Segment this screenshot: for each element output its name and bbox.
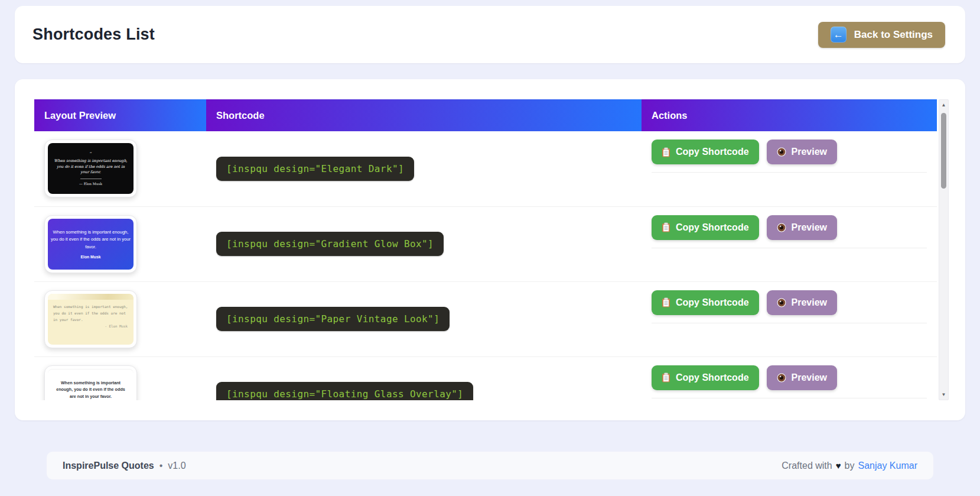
shortcodes-table: Layout Preview Shortcode Actions “ When … — [34, 99, 937, 400]
layout-preview-cell: When something is important enough, you … — [34, 356, 206, 400]
clipboard-icon — [662, 297, 670, 307]
layout-preview-cell: When something is important enough, you … — [34, 206, 206, 281]
actions-divider — [652, 398, 927, 398]
eye-icon — [777, 298, 786, 307]
actions-cell: Copy Shortcode Preview — [642, 206, 937, 281]
actions-divider — [652, 323, 927, 323]
eye-icon — [777, 147, 786, 157]
paper-vintage-card: When something is important enough, you … — [48, 294, 134, 345]
shortcodes-card: Layout Preview Shortcode Actions “ When … — [15, 79, 965, 420]
back-to-settings-button[interactable]: ← Back to Settings — [818, 22, 945, 48]
footer-brand-group: InspirePulse Quotes • v1.0 — [63, 461, 186, 471]
copy-button-label: Copy Shortcode — [676, 297, 749, 308]
table-row: When something is important enough, you … — [34, 206, 937, 281]
actions-cell: Copy Shortcode Preview — [642, 281, 937, 356]
heart-icon: ♥ — [836, 461, 841, 471]
preview-button-label: Preview — [792, 147, 827, 157]
copy-shortcode-button[interactable]: Copy Shortcode — [652, 290, 759, 315]
scrollbar-thumb[interactable] — [941, 113, 946, 189]
preview-button[interactable]: Preview — [767, 140, 837, 164]
copy-button-label: Copy Shortcode — [676, 372, 749, 383]
copy-button-label: Copy Shortcode — [676, 222, 749, 233]
table-row: “ When something is important enough, yo… — [34, 131, 937, 206]
quote-text: When something is important enough, you … — [48, 300, 134, 323]
preview-button-label: Preview — [792, 372, 827, 383]
copy-shortcode-button[interactable]: Copy Shortcode — [652, 140, 759, 164]
column-header-actions: Actions — [642, 99, 937, 131]
table-scrollbar[interactable]: ▲ ▼ — [939, 99, 949, 400]
shortcode-value: [inspqu design="Gradient Glow Box"] — [216, 232, 444, 256]
shortcode-cell: [inspqu design="Paper Vintage Look"] — [206, 281, 642, 356]
copy-button-label: Copy Shortcode — [676, 147, 749, 157]
eye-icon — [777, 223, 786, 232]
paper-fold — [48, 294, 134, 300]
actions-divider — [652, 248, 927, 248]
column-header-layout-preview: Layout Preview — [34, 99, 206, 131]
quote-divider — [80, 179, 102, 179]
table-row: When something is important enough, you … — [34, 281, 937, 356]
footer-credit-group: Crafted with ♥ by Sanjay Kumar — [782, 461, 917, 471]
back-button-label: Back to Settings — [854, 29, 933, 41]
page-header: Shortcodes List ← Back to Settings — [15, 6, 965, 63]
copy-shortcode-button[interactable]: Copy Shortcode — [652, 365, 759, 390]
elegant-dark-card: “ When something is important enough, yo… — [48, 143, 134, 194]
quote-author: — Elon Musk — [48, 182, 134, 186]
copy-shortcode-button[interactable]: Copy Shortcode — [652, 215, 759, 240]
clipboard-icon — [662, 147, 670, 157]
shortcode-cell: [inspqu design="Floating Glass Overlay"] — [206, 356, 642, 400]
preview-thumbnail-floating-glass: When something is important enough, you … — [44, 365, 137, 401]
preview-button[interactable]: Preview — [767, 290, 837, 315]
column-header-shortcode: Shortcode — [206, 99, 642, 131]
preview-button[interactable]: Preview — [767, 365, 837, 390]
eye-icon — [777, 373, 786, 382]
shortcodes-table-area: Layout Preview Shortcode Actions “ When … — [34, 99, 949, 400]
clipboard-icon — [662, 222, 670, 232]
footer-by-text: by — [845, 461, 855, 471]
actions-divider — [652, 172, 927, 173]
preview-button[interactable]: Preview — [767, 215, 837, 240]
shortcode-value: [inspqu design="Elegant Dark"] — [216, 157, 414, 181]
table-header-row: Layout Preview Shortcode Actions — [34, 99, 937, 131]
table-row: When something is important enough, you … — [34, 356, 937, 400]
shortcode-cell: [inspqu design="Gradient Glow Box"] — [206, 206, 642, 281]
quote-text: When something is important enough, you … — [48, 369, 134, 400]
page-footer: InspirePulse Quotes • v1.0 Crafted with … — [47, 452, 933, 479]
actions-cell: Copy Shortcode Preview — [642, 356, 937, 400]
layout-preview-cell: “ When something is important enough, yo… — [34, 131, 206, 206]
clipboard-icon — [662, 372, 670, 382]
quote-author: Elon Musk — [48, 255, 134, 259]
shortcode-value: [inspqu design="Floating Glass Overlay"] — [216, 382, 473, 400]
table-viewport: Layout Preview Shortcode Actions “ When … — [34, 99, 937, 400]
credit-link[interactable]: Sanjay Kumar — [858, 461, 918, 471]
quote-author: - Elon Musk — [48, 323, 134, 328]
actions-cell: Copy Shortcode Preview — [642, 131, 937, 206]
footer-crafted-text: Crafted with — [782, 461, 832, 471]
preview-button-label: Preview — [792, 297, 827, 308]
footer-separator: • — [159, 461, 163, 471]
preview-button-label: Preview — [792, 222, 827, 233]
footer-version: v1.0 — [168, 461, 185, 471]
quote-mark: “ — [48, 151, 134, 157]
quote-text: When something is important enough, you … — [48, 158, 134, 176]
floating-glass-card: When something is important enough, you … — [48, 369, 134, 401]
preview-thumbnail-elegant-dark: “ When something is important enough, yo… — [44, 140, 137, 197]
layout-preview-cell: When something is important enough, you … — [34, 281, 206, 356]
quote-text: When something is important enough, you … — [48, 229, 134, 250]
footer-brand: InspirePulse Quotes — [63, 461, 154, 471]
scrollbar-down-button[interactable]: ▼ — [939, 390, 948, 400]
preview-thumbnail-paper-vintage: When something is important enough, you … — [44, 290, 137, 348]
back-arrow-icon: ← — [831, 27, 846, 43]
gradient-glow-card: When something is important enough, you … — [48, 219, 134, 270]
preview-thumbnail-gradient-glow-box: When something is important enough, you … — [44, 215, 137, 273]
page-title: Shortcodes List — [32, 25, 155, 44]
shortcode-cell: [inspqu design="Elegant Dark"] — [206, 131, 642, 206]
shortcode-value: [inspqu design="Paper Vintage Look"] — [216, 307, 450, 331]
scrollbar-up-button[interactable]: ▲ — [939, 100, 948, 110]
